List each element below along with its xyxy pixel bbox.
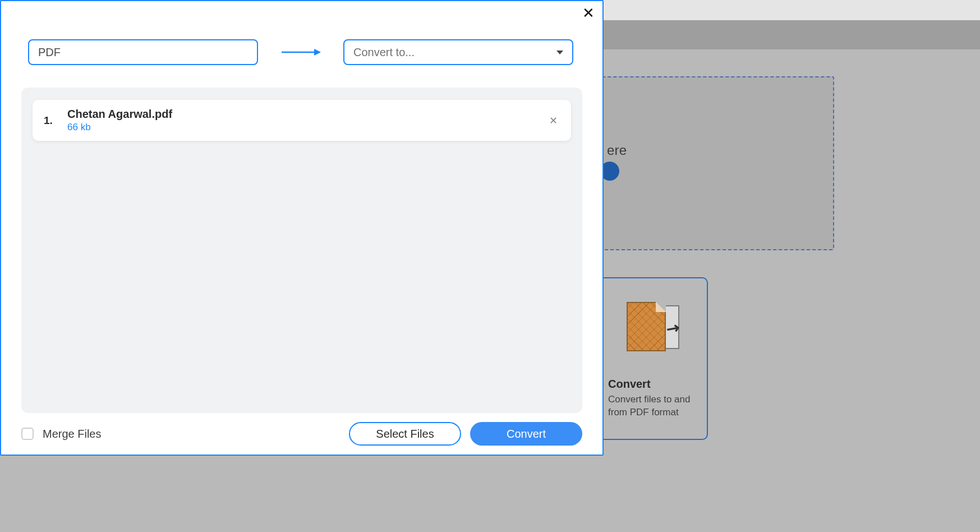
file-info: Chetan Agarwal.pdf 66 kb: [67, 108, 537, 133]
bg-card-convert: ↗ Convert Convert files to and from PDF …: [596, 277, 708, 440]
bg-card-convert-desc: Convert files to and from PDF format: [608, 393, 696, 419]
file-item: 1. Chetan Agarwal.pdf 66 kb ✕: [33, 100, 571, 141]
close-icon: ✕: [549, 115, 558, 126]
merge-files-label: Merge Files: [43, 428, 340, 441]
select-files-button[interactable]: Select Files: [349, 422, 461, 446]
source-format-field[interactable]: PDF: [28, 39, 258, 65]
document-convert-icon: ↗: [621, 302, 683, 358]
merge-files-checkbox[interactable]: [21, 428, 34, 440]
file-size: 66 kb: [67, 122, 537, 133]
dialog-footer: Merge Files Select Files Convert: [1, 413, 602, 455]
target-format-dropdown[interactable]: Convert to...: [343, 39, 573, 65]
file-name: Chetan Agarwal.pdf: [67, 108, 537, 121]
close-icon: ✕: [582, 4, 595, 21]
remove-file-button[interactable]: ✕: [547, 112, 560, 129]
file-index: 1.: [44, 114, 57, 127]
source-format-value: PDF: [38, 46, 61, 59]
svg-marker-1: [314, 49, 321, 56]
convert-dialog: ✕ PDF Convert to... 1. Chetan Agarwal.pd…: [0, 0, 604, 456]
bg-dropzone-text-fragment: ere: [607, 143, 627, 158]
close-button[interactable]: ✕: [581, 6, 596, 20]
target-format-placeholder: Convert to...: [353, 46, 415, 59]
bg-card-convert-title: Convert: [608, 377, 696, 391]
chevron-down-icon: [556, 51, 563, 54]
convert-button[interactable]: Convert: [470, 422, 582, 446]
arrow-right-icon: [280, 47, 321, 57]
format-selector-row: PDF Convert to...: [1, 6, 602, 81]
files-panel: 1. Chetan Agarwal.pdf 66 kb ✕: [21, 88, 582, 413]
